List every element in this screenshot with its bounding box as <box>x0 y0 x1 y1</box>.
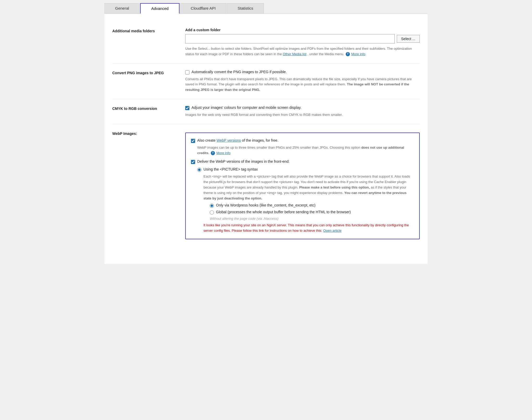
tabs-bar: General Advanced Cloudflare API Statisti… <box>104 0 428 14</box>
picture-tag-radio-group: Using the <PICTURE> tag syntax Each <img… <box>197 167 414 234</box>
cmyk-checkbox[interactable] <box>185 106 189 110</box>
cmyk-desc: Images for the web only need RGB format … <box>185 112 420 118</box>
tab-cloudflare[interactable]: Cloudflare API <box>180 3 226 14</box>
convert-png-content: Automatically convert the PNG images to … <box>185 70 420 93</box>
radio-hooks-row: Only via Wordpress hooks (like the_conte… <box>210 203 414 208</box>
open-article-link[interactable]: Open article <box>323 229 342 233</box>
convert-png-checkbox-label[interactable]: Automatically convert the PNG images to … <box>191 70 287 74</box>
radio-hooks-label[interactable]: Only via Wordpress hooks (like the_conte… <box>216 203 316 207</box>
additional-media-section: Additional media folders Add a custom fo… <box>112 22 420 64</box>
htaccess-note: Without altering the page code (via .hta… <box>210 217 414 221</box>
folder-input[interactable] <box>185 34 395 43</box>
deliver-webp-label[interactable]: Deliver the WebP versions of the images … <box>197 159 289 164</box>
tab-content: Additional media folders Add a custom fo… <box>104 14 428 253</box>
convert-png-checkbox[interactable] <box>185 70 189 74</box>
other-media-list-link[interactable]: Other Media list <box>283 52 306 56</box>
cmyk-section: CMYK to RGB conversion Adjust your image… <box>112 99 420 124</box>
convert-png-desc: Converts all PNGs that don't have transp… <box>185 77 420 93</box>
folder-sub-label: Add a custom folder <box>185 28 420 32</box>
webp-create-desc: WebP images can be up to three times sma… <box>197 145 414 156</box>
radio-picture-label[interactable]: Using the <PICTURE> tag syntax <box>203 167 258 171</box>
sub-radio-group: Only via Wordpress hooks (like the_conte… <box>210 203 414 215</box>
convert-png-section: Convert PNG images to JPEG Automatically… <box>112 64 420 99</box>
webp-content: Also create WebP versions of the images,… <box>185 130 420 239</box>
settings-page: General Advanced Cloudflare API Statisti… <box>104 0 428 264</box>
select-folder-button[interactable]: Select ... <box>397 35 420 43</box>
cmyk-content: Adjust your images' colours for computer… <box>185 105 420 118</box>
radio-hooks[interactable] <box>210 204 214 208</box>
deliver-webp-checkbox[interactable] <box>191 160 195 164</box>
tab-advanced[interactable]: Advanced <box>140 3 180 14</box>
webp-section: WebP Images: Also create WebP versions o… <box>112 124 420 246</box>
create-webp-checkbox-row: Also create WebP versions of the images,… <box>191 138 414 143</box>
more-info-link[interactable]: More info <box>351 52 365 56</box>
webp-more-info-link[interactable]: More info <box>216 151 231 155</box>
deliver-webp-checkbox-row: Deliver the WebP versions of the images … <box>191 159 414 164</box>
webp-versions-link[interactable]: WebP versions <box>216 138 241 142</box>
webp-label: WebP Images: <box>112 130 185 239</box>
convert-png-label: Convert PNG images to JPEG <box>112 70 185 93</box>
radio-global-label[interactable]: Global (processes the whole output buffe… <box>216 210 351 214</box>
picture-desc: Each <img> will be replaced with a <pict… <box>203 174 414 201</box>
create-webp-label[interactable]: Also create WebP versions of the images,… <box>197 138 279 142</box>
cmyk-label: CMYK to RGB conversion <box>112 105 185 118</box>
additional-media-label: Additional media folders <box>112 28 185 57</box>
additional-media-desc: Use the Select... button to select site … <box>185 46 420 57</box>
radio-picture-row: Using the <PICTURE> tag syntax <box>197 167 414 172</box>
tab-statistics[interactable]: Statistics <box>227 3 264 14</box>
help-icon[interactable]: ? <box>346 52 350 56</box>
radio-picture[interactable] <box>197 168 201 172</box>
folder-input-row: Select ... <box>185 34 420 43</box>
webp-help-icon[interactable]: ? <box>211 151 215 155</box>
convert-png-checkbox-row: Automatically convert the PNG images to … <box>185 70 420 74</box>
webp-highlighted-box: Also create WebP versions of the images,… <box>185 133 420 239</box>
create-webp-checkbox[interactable] <box>191 139 195 143</box>
tab-general[interactable]: General <box>104 3 140 14</box>
radio-global-row: Global (processes the whole output buffe… <box>210 210 414 215</box>
radio-global[interactable] <box>210 210 214 215</box>
nginx-warning: It looks like you're running your site o… <box>203 223 414 234</box>
additional-media-content: Add a custom folder Select ... Use the S… <box>185 28 420 57</box>
cmyk-checkbox-label[interactable]: Adjust your images' colours for computer… <box>191 105 301 110</box>
cmyk-checkbox-row: Adjust your images' colours for computer… <box>185 105 420 110</box>
